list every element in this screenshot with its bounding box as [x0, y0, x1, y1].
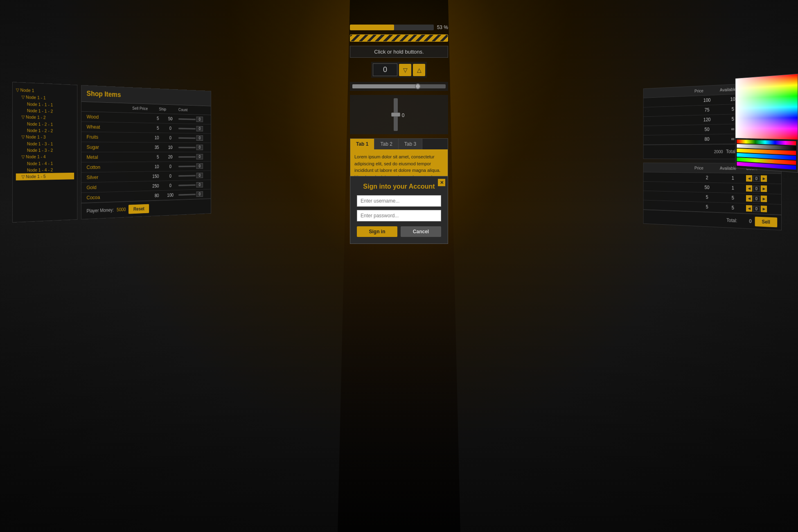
player-money-label: Player Money: — [87, 207, 114, 214]
count-value-metal: 0 — [196, 154, 203, 159]
item-name-cocoa: Cocoa — [87, 193, 142, 201]
signin-close-button[interactable]: ✕ — [438, 179, 445, 186]
click-hold-label: Click or hold buttons. — [350, 46, 448, 58]
sell-decrement-3[interactable]: ◀ — [746, 195, 752, 202]
col-ship: Ship — [159, 107, 178, 112]
item-count-cell-silver[interactable]: 0 — [178, 173, 207, 178]
sell-item-name-3 — [647, 196, 694, 197]
color-picker-panel — [735, 74, 798, 173]
vertical-slider-thumb[interactable] — [391, 113, 400, 117]
item-name-wood: Wood — [87, 114, 142, 121]
tree-node-1-2-2[interactable]: Node 1 - 2 - 2 — [16, 127, 74, 134]
item-name-gold: Gold — [87, 183, 142, 190]
counter-display: 0 — [373, 63, 397, 76]
sell-item-name-4 — [647, 205, 694, 207]
shop-row-fruits: Fruits 10 0 0 — [81, 132, 211, 143]
progress-bar-fill — [350, 25, 394, 30]
color-gradient[interactable] — [735, 74, 798, 140]
progress-container: 53 % — [350, 25, 448, 30]
item-count-cell-fruits[interactable]: 0 — [178, 135, 207, 141]
sell-decrement-1[interactable]: ◀ — [746, 175, 752, 182]
tree-node-1-3-2[interactable]: Node 1 - 3 - 2 — [16, 147, 74, 153]
tree-node-1-4[interactable]: ▽ Node 1 - 4 — [16, 153, 74, 160]
count-slider-wood[interactable] — [178, 118, 196, 120]
buy-price-4: 50 — [694, 126, 720, 132]
progress-bar-bg — [350, 25, 434, 30]
counter-widget: 0 ▽ △ — [371, 62, 427, 78]
item-count-cell-wheat[interactable]: 0 — [178, 126, 207, 131]
count-slider-metal[interactable] — [178, 156, 196, 158]
shop-row-sugar: Sugar 35 10 0 — [81, 142, 211, 152]
tab-1-button[interactable]: Tab 1 — [350, 139, 374, 149]
item-ship-wheat: 0 — [162, 126, 178, 131]
count-slider-gold[interactable] — [178, 184, 196, 186]
horizontal-slider-container[interactable] — [350, 82, 448, 91]
count-slider-sugar[interactable] — [178, 147, 196, 148]
tabs-header: Tab 1 Tab 2 Tab 3 — [350, 139, 448, 149]
item-count-cell-sugar[interactable]: 0 — [178, 144, 207, 150]
vertical-slider-container[interactable]: 0 — [350, 95, 448, 134]
count-slider-silver[interactable] — [178, 175, 196, 176]
item-price-wheat: 5 — [142, 125, 162, 131]
item-count-cell-cotton[interactable]: 0 — [178, 163, 207, 169]
sell-count-cell-1[interactable]: ◀ 0 ▶ — [746, 175, 777, 182]
reset-button[interactable]: Reset — [128, 204, 149, 214]
item-name-cotton: Cotton — [87, 164, 142, 170]
count-slider-cocoa[interactable] — [178, 194, 196, 196]
item-price-silver: 150 — [142, 174, 162, 179]
color-gradient-inner — [735, 74, 798, 140]
count-slider-wheat[interactable] — [178, 128, 196, 129]
item-price-wood: 5 — [142, 115, 162, 121]
horizontal-slider[interactable] — [352, 84, 446, 88]
sell-count-display-2: 0 — [753, 185, 760, 192]
item-count-cell-gold[interactable]: 0 — [178, 182, 207, 188]
sell-button[interactable]: Sell — [755, 216, 777, 227]
sell-price-2: 50 — [694, 185, 720, 191]
sell-increment-3[interactable]: ▶ — [761, 196, 767, 202]
buy-budget: 2000 — [714, 149, 723, 154]
sell-count-display-4: 0 — [753, 205, 760, 212]
sell-increment-1[interactable]: ▶ — [761, 175, 767, 182]
tree-node-1-3[interactable]: ▽ Node 1 - 3 — [16, 133, 74, 141]
item-count-cell-metal[interactable]: 0 — [178, 154, 207, 159]
tree-node-1-5[interactable]: ▽ Node 1 - 5 — [16, 173, 74, 180]
shop-panel: Shop Items Sell Price Ship Count Wood 5 … — [81, 85, 211, 220]
item-name-fruits: Fruits — [87, 134, 142, 140]
sell-item-name-1 — [647, 177, 694, 178]
horizontal-slider-thumb[interactable] — [415, 83, 421, 89]
sell-count-cell-2[interactable]: ◀ 0 ▶ — [746, 185, 777, 192]
tree-node-1-4-1[interactable]: Node 1 - 4 - 1 — [16, 160, 74, 167]
username-input[interactable] — [357, 195, 441, 207]
signin-buttons: Sign in Cancel — [357, 226, 441, 237]
sell-decrement-4[interactable]: ◀ — [746, 205, 752, 212]
buy-item-name-5 — [647, 139, 694, 140]
counter-decrement-button[interactable]: ▽ — [399, 64, 411, 76]
sell-item-name-2 — [647, 186, 694, 187]
sell-count-cell-3[interactable]: ◀ 0 ▶ — [746, 195, 777, 203]
vertical-slider[interactable] — [394, 98, 398, 131]
buy-item-name-1 — [647, 101, 694, 102]
sell-total-value: 0 — [740, 218, 752, 224]
item-count-cell-wood[interactable]: 0 — [178, 116, 207, 122]
password-input[interactable] — [357, 210, 441, 221]
col-sell-price: Sell Price — [132, 106, 159, 111]
tree-node-1-3-1[interactable]: Node 1 - 3 - 1 — [16, 140, 74, 147]
item-count-cell-cocoa[interactable]: 0 — [178, 191, 207, 197]
tab-2-button[interactable]: Tab 2 — [374, 139, 398, 149]
sell-increment-4[interactable]: ▶ — [761, 205, 767, 212]
counter-increment-button[interactable]: △ — [413, 64, 425, 76]
player-money-value: 5000 — [117, 207, 126, 212]
sell-decrement-2[interactable]: ◀ — [746, 185, 752, 192]
item-ship-metal: 20 — [162, 154, 178, 160]
sell-increment-2[interactable]: ▶ — [761, 185, 767, 192]
vertical-slider-label: 0 — [402, 113, 405, 118]
sell-total-label: Total: — [726, 217, 737, 223]
count-slider-fruits[interactable] — [178, 137, 196, 139]
sell-count-cell-4[interactable]: ◀ 0 ▶ — [746, 205, 777, 212]
sell-col-price: Price — [694, 166, 720, 171]
signin-button[interactable]: Sign in — [357, 226, 397, 237]
col-count: Count — [178, 107, 207, 113]
count-slider-cotton[interactable] — [178, 165, 196, 167]
cancel-button[interactable]: Cancel — [401, 226, 441, 237]
tab-3-button[interactable]: Tab 3 — [399, 139, 422, 149]
